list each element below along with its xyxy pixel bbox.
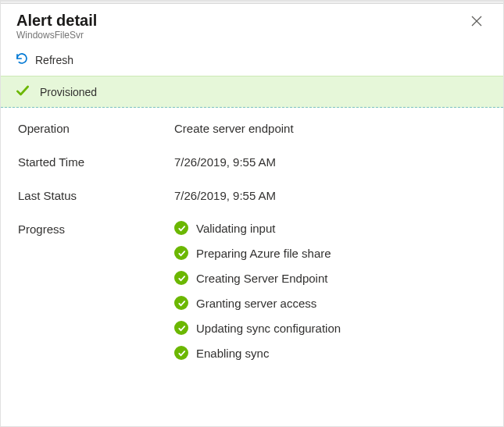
progress-list: Validating input Preparing Azure file sh…: [174, 221, 486, 360]
progress-item-label: Granting server access: [196, 297, 316, 310]
detail-grid: Operation Create server endpoint Started…: [1, 108, 503, 374]
operation-label: Operation: [18, 122, 174, 135]
page-title: Alert detail: [16, 12, 97, 30]
header: Alert detail WindowsFileSvr: [1, 4, 503, 44]
progress-item: Updating sync configuration: [174, 321, 486, 335]
status-banner: Provisioned: [1, 76, 503, 108]
progress-item-label: Enabling sync: [196, 347, 269, 360]
check-circle-icon: [174, 346, 188, 360]
refresh-label: Refresh: [35, 54, 73, 66]
progress-item: Granting server access: [174, 296, 486, 310]
progress-item: Enabling sync: [174, 346, 486, 360]
check-circle-icon: [174, 246, 188, 260]
refresh-icon: [15, 52, 29, 68]
success-icon: [15, 83, 30, 101]
operation-value: Create server endpoint: [174, 122, 486, 135]
progress-item-label: Creating Server Endpoint: [196, 272, 327, 285]
close-button[interactable]: [466, 12, 488, 34]
progress-item: Preparing Azure file share: [174, 246, 486, 260]
progress-item-label: Updating sync configuration: [196, 322, 341, 335]
status-label: Provisioned: [40, 86, 97, 98]
progress-item-label: Validating input: [196, 222, 275, 235]
check-circle-icon: [174, 321, 188, 335]
last-status-value: 7/26/2019, 9:55 AM: [174, 189, 486, 202]
last-status-label: Last Status: [18, 189, 174, 202]
progress-item-label: Preparing Azure file share: [196, 247, 331, 260]
alert-detail-panel: Alert detail WindowsFileSvr Refresh Prov…: [0, 0, 504, 427]
progress-item: Validating input: [174, 221, 486, 235]
close-icon: [470, 15, 483, 31]
started-time-label: Started Time: [18, 155, 174, 169]
progress-label: Progress: [18, 222, 174, 236]
toolbar: Refresh: [1, 44, 503, 76]
page-subtitle: WindowsFileSvr: [16, 30, 97, 41]
check-circle-icon: [174, 296, 188, 310]
refresh-button[interactable]: Refresh: [15, 52, 73, 68]
check-circle-icon: [174, 271, 188, 285]
title-group: Alert detail WindowsFileSvr: [16, 12, 97, 41]
progress-item: Creating Server Endpoint: [174, 271, 486, 285]
check-circle-icon: [174, 221, 188, 235]
started-time-value: 7/26/2019, 9:55 AM: [174, 155, 486, 169]
